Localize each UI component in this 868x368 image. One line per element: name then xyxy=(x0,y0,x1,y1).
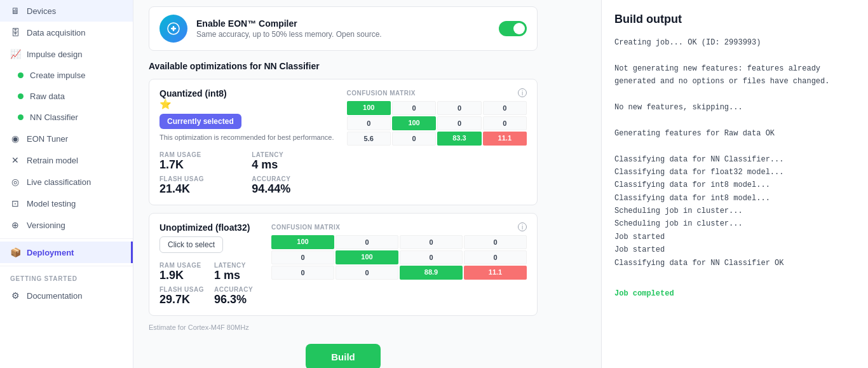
sidebar-item-model-testing[interactable]: ⊡ Model testing xyxy=(0,193,133,214)
latency-value-1: 4 ms xyxy=(252,158,334,172)
cm-cell-2-0-0: 100 xyxy=(271,235,334,249)
cm-cell-2-1-2: 0 xyxy=(400,250,463,264)
cm-cell-2-2-2: 88.9 xyxy=(400,266,463,280)
confusion-matrix-label-2: CONFUSION MATRIX xyxy=(271,224,340,231)
sidebar-label-model-testing: Model testing xyxy=(27,199,76,208)
accuracy-label-2: ACCURACY xyxy=(214,286,259,293)
latency-value-2: 1 ms xyxy=(214,269,259,282)
sidebar-item-eon-tuner[interactable]: ◉ EON Tuner xyxy=(0,128,133,149)
build-line-16: Classifying data for NN Classifier OK xyxy=(614,257,855,269)
cm-cell-1-1-1: 100 xyxy=(392,116,436,130)
cm-cell-2-2-0: 0 xyxy=(271,266,334,280)
cm-cell-1-2-1: 0 xyxy=(392,132,436,146)
cm-cell-1-0-1: 0 xyxy=(392,101,436,115)
sidebar-item-versioning[interactable]: ⊕ Versioning xyxy=(0,214,133,236)
cm-cell-1-1-2: 0 xyxy=(437,116,481,130)
job-completed-label: Job completed xyxy=(614,287,855,300)
confusion-header-1: CONFUSION MATRIX i xyxy=(347,88,527,97)
opt-desc-quantized: This optimization is recommended for bes… xyxy=(159,133,334,142)
cm-cell-2-1-1: 100 xyxy=(336,250,398,264)
latency-label-2: LATENCY xyxy=(214,262,259,269)
status-dot-raw-data xyxy=(18,93,24,99)
build-line-7: Generating features for Raw data OK xyxy=(614,127,855,140)
ram-usage-label-2: RAM USAGE xyxy=(159,262,204,269)
database-icon: 🗄 xyxy=(10,27,20,37)
flash-usage-label-2: FLASH USAG xyxy=(159,286,204,293)
ram-usage-value-2: 1.9K xyxy=(159,269,204,282)
confusion-matrix-label-1: CONFUSION MATRIX xyxy=(347,90,416,97)
cm-cell-2-1-0: 0 xyxy=(271,250,334,264)
build-line-10: Classifying data for int8 model... xyxy=(614,179,855,191)
eon-compiler-toggle[interactable] xyxy=(499,21,527,36)
eon-tuner-icon: ◉ xyxy=(10,133,20,144)
sidebar-label-documentation: Documentation xyxy=(27,291,82,301)
sidebar-label-retrain-model: Retrain model xyxy=(27,156,78,165)
confusion-grid-2: 100 0 0 0 0 100 0 0 0 0 88.9 11.1 xyxy=(271,235,527,280)
sidebar-item-data-acquisition[interactable]: 🗄 Data acquisition xyxy=(0,22,133,43)
cm-cell-1-0-3: 0 xyxy=(483,101,527,115)
click-to-select-button[interactable]: Click to select xyxy=(159,236,223,253)
optimization-card-unoptimized: Unoptimized (float32) Click to select RA… xyxy=(149,213,538,316)
retrain-icon: ✕ xyxy=(10,155,20,165)
status-dot-create-impulse xyxy=(18,72,24,78)
opt-left-quantized: Quantized (int8) ⭐ Currently selected Th… xyxy=(159,88,334,196)
sidebar-label-versioning: Versioning xyxy=(27,221,65,230)
deployment-icon: 📦 xyxy=(10,247,20,257)
confusion-grid-1: 100 0 0 0 0 100 0 0 5.6 0 83.3 11.1 xyxy=(347,101,527,146)
build-line-9: Classifying data for float32 model... xyxy=(614,166,855,179)
confusion-info-icon-1[interactable]: i xyxy=(518,88,527,97)
sidebar-item-deployment[interactable]: 📦 Deployment xyxy=(0,242,133,263)
build-output-title: Build output xyxy=(614,13,855,26)
cm-cell-2-2-1: 0 xyxy=(336,266,398,280)
build-line-13: Scheduling job in cluster... xyxy=(614,217,855,230)
model-testing-icon: ⊡ xyxy=(10,198,20,208)
build-line-11: Classifying data for int8 model... xyxy=(614,192,855,205)
cm-cell-1-2-0: 5.6 xyxy=(347,132,391,146)
build-line-15: Job started xyxy=(614,243,855,256)
confusion-header-2: CONFUSION MATRIX i xyxy=(271,222,527,231)
status-dot-nn-classifier xyxy=(18,114,24,120)
cm-cell-1-1-0: 0 xyxy=(347,116,391,130)
currently-selected-button[interactable]: Currently selected xyxy=(159,114,241,129)
svg-point-1 xyxy=(172,27,175,31)
confusion-info-icon-2[interactable]: i xyxy=(518,222,527,231)
cm-cell-1-0-2: 0 xyxy=(437,101,481,115)
sidebar-item-devices[interactable]: 🖥 Devices xyxy=(0,0,133,22)
toggle-slider xyxy=(499,21,527,36)
build-line-5: No new features, skipping... xyxy=(614,101,855,114)
ram-usage-label-1: RAM USAGE xyxy=(159,151,241,158)
opt-left-unoptimized: Unoptimized (float32) Click to select RA… xyxy=(159,222,259,306)
sidebar-item-raw-data[interactable]: Raw data xyxy=(0,86,133,107)
accuracy-label-1: ACCURACY xyxy=(252,175,334,182)
sidebar-item-live-classification[interactable]: ◎ Live classification xyxy=(0,171,133,193)
flash-usage-value-2: 29.7K xyxy=(159,293,204,306)
cm-cell-2-1-3: 0 xyxy=(464,250,527,264)
sidebar-label-eon-tuner: EON Tuner xyxy=(27,134,68,144)
estimate-text: Estimate for Cortex-M4F 80MHz xyxy=(149,324,538,331)
build-line-3: Not generating new features: features al… xyxy=(614,62,855,88)
sidebar-label-raw-data: Raw data xyxy=(30,92,65,101)
opt-name-quantized: Quantized (int8) xyxy=(159,88,334,99)
sidebar-item-nn-classifier[interactable]: NN Classifier xyxy=(0,107,133,128)
sidebar-item-impulse-design[interactable]: 📈 Impulse design xyxy=(0,43,133,65)
sidebar-item-documentation[interactable]: ⚙ Documentation xyxy=(0,285,133,306)
build-button[interactable]: Build xyxy=(306,344,381,368)
ram-usage-value-1: 1.7K xyxy=(159,158,241,172)
accuracy-value-1: 94.44% xyxy=(252,182,334,196)
sidebar-label-deployment: Deployment xyxy=(27,248,74,257)
live-class-icon: ◎ xyxy=(10,177,20,187)
sidebar-item-retrain-model[interactable]: ✕ Retrain model xyxy=(0,149,133,171)
flash-usage-value-1: 21.4K xyxy=(159,182,241,196)
opt-name-unoptimized: Unoptimized (float32) xyxy=(159,222,259,233)
sidebar-divider-2 xyxy=(0,266,133,266)
cm-cell-1-2-3: 11.1 xyxy=(483,132,527,146)
sidebar-label-nn-classifier: NN Classifier xyxy=(30,112,78,122)
optimization-card-quantized: Quantized (int8) ⭐ Currently selected Th… xyxy=(149,79,538,205)
sidebar: 🖥 Devices 🗄 Data acquisition 📈 Impulse d… xyxy=(0,0,133,368)
eon-title: Enable EON™ Compiler xyxy=(196,18,490,29)
flash-usage-label-1: FLASH USAG xyxy=(159,175,241,182)
sidebar-item-create-impulse[interactable]: Create impulse xyxy=(0,65,133,86)
build-output-content: Creating job... OK (ID: 2993993) Not gen… xyxy=(614,36,855,301)
sidebar-label-data-acquisition: Data acquisition xyxy=(27,28,86,37)
right-panel: Build output Creating job... OK (ID: 299… xyxy=(601,0,868,368)
